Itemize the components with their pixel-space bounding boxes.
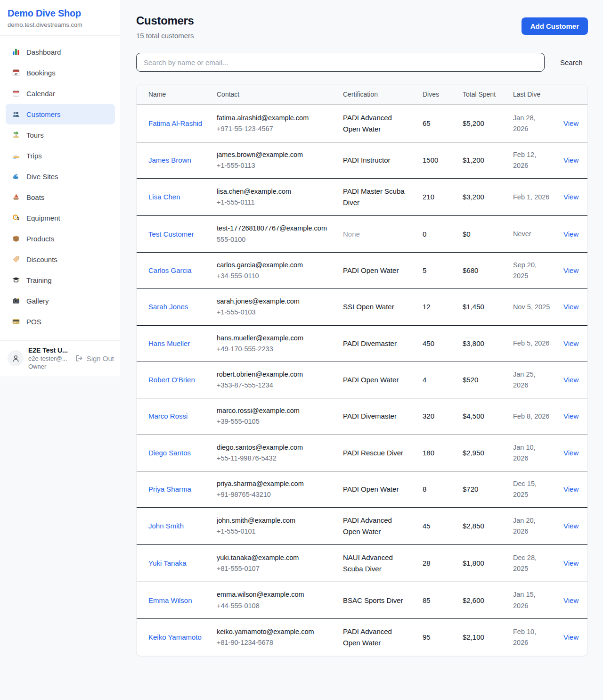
- customer-last-dive: Dec 15, 2025: [501, 471, 552, 508]
- customer-phone: +44-555-0108: [217, 601, 331, 611]
- sidebar-item-dive-sites[interactable]: Dive Sites: [6, 166, 115, 187]
- view-link[interactable]: View: [563, 596, 579, 604]
- search-input[interactable]: [136, 53, 545, 72]
- brand-subtitle: demo.test.divestreams.com: [8, 21, 113, 28]
- customer-name-link[interactable]: Emma Wilson: [148, 596, 192, 604]
- sidebar-item-tours[interactable]: Tours: [6, 124, 115, 145]
- sign-out-label: Sign Out: [87, 354, 114, 362]
- customer-name-link[interactable]: Keiko Yamamoto: [148, 633, 202, 641]
- table-row: Yuki Tanakayuki.tanaka@example.com+81-55…: [137, 545, 588, 582]
- sidebar-item-bookings[interactable]: 17Bookings: [6, 62, 115, 83]
- customer-certification: PADI Divemaster: [331, 398, 411, 435]
- customer-email: lisa.chen@example.com: [217, 186, 331, 197]
- customer-name-link[interactable]: Test Customer: [148, 230, 194, 238]
- sidebar-item-label: Trips: [26, 152, 42, 160]
- customer-name-link[interactable]: John Smith: [148, 522, 184, 530]
- sidebar-item-equipment[interactable]: Equipment: [6, 207, 115, 228]
- view-link[interactable]: View: [563, 633, 579, 641]
- customer-name-link[interactable]: Hans Mueller: [148, 339, 190, 347]
- customer-name-link[interactable]: Marco Rossi: [148, 412, 187, 420]
- view-link[interactable]: View: [563, 485, 579, 493]
- page-header: Customers 15 total customers Add Custome…: [136, 14, 588, 40]
- view-link[interactable]: View: [563, 339, 579, 347]
- customer-last-dive: Nov 5, 2025: [501, 289, 552, 325]
- customer-certification: PADI Open Water: [331, 362, 411, 398]
- customer-name-link[interactable]: Fatima Al-Rashid: [148, 119, 202, 127]
- customer-phone: +1-555-0103: [217, 307, 331, 318]
- sidebar-item-label: Discounts: [26, 255, 57, 264]
- view-link[interactable]: View: [563, 376, 579, 384]
- customer-dives: 5: [411, 252, 451, 288]
- customer-name-link[interactable]: Yuki Tanaka: [148, 559, 187, 567]
- view-link[interactable]: View: [563, 303, 579, 311]
- sidebar-item-label: Dashboard: [26, 48, 61, 56]
- products-icon: [11, 234, 20, 243]
- customer-phone: +353-87-555-1234: [217, 380, 331, 391]
- sidebar-item-training[interactable]: Training: [6, 270, 115, 290]
- sidebar-item-discounts[interactable]: Discounts: [6, 249, 115, 270]
- sign-out-button[interactable]: Sign Out: [75, 354, 114, 362]
- customer-phone: +39-555-0105: [217, 416, 331, 427]
- view-link[interactable]: View: [563, 193, 579, 201]
- sidebar: Demo Dive Shop demo.test.divestreams.com…: [0, 0, 121, 377]
- view-link[interactable]: View: [563, 522, 579, 530]
- customer-name-link[interactable]: James Brown: [148, 156, 191, 164]
- customer-certification: PADI Advanced Open Water: [331, 508, 411, 545]
- sidebar-item-customers[interactable]: Customers: [6, 104, 115, 124]
- customer-dives: 0: [411, 216, 451, 252]
- table-row: Test Customertest-1772681807767@example.…: [137, 216, 588, 252]
- customer-phone: +34-555-0110: [217, 271, 331, 281]
- sidebar-item-label: Bookings: [26, 69, 56, 77]
- table-row: Priya Sharmapriya.sharma@example.com+91-…: [137, 471, 588, 508]
- customer-email: diego.santos@example.com: [217, 442, 331, 453]
- table-row: Diego Santosdiego.santos@example.com+55-…: [137, 435, 588, 471]
- customer-email: fatima.alrashid@example.com: [217, 113, 331, 124]
- sidebar-item-dashboard[interactable]: Dashboard: [6, 41, 115, 62]
- customer-dives: 1500: [411, 142, 451, 179]
- view-link[interactable]: View: [563, 412, 579, 420]
- sidebar-item-products[interactable]: Products: [6, 228, 115, 249]
- sidebar-item-label: Gallery: [26, 297, 49, 305]
- customer-name-link[interactable]: Lisa Chen: [148, 193, 180, 201]
- sidebar-item-trips[interactable]: Trips: [6, 145, 115, 166]
- customer-certification: PADI Master Scuba Diver: [331, 179, 411, 216]
- view-link[interactable]: View: [563, 156, 579, 164]
- column-header-dives: Dives: [411, 84, 451, 105]
- customer-email: emma.wilson@example.com: [217, 589, 331, 600]
- sidebar-item-pos[interactable]: POS: [6, 311, 115, 332]
- customer-name-link[interactable]: Carlos Garcia: [148, 266, 192, 274]
- customer-last-dive: Feb 1, 2026: [501, 179, 552, 216]
- customer-phone: 555-0100: [217, 234, 331, 245]
- sidebar-item-gallery[interactable]: Gallery: [6, 290, 115, 311]
- customer-email: james.brown@example.com: [217, 149, 331, 160]
- view-link[interactable]: View: [563, 559, 579, 567]
- search-button[interactable]: Search: [557, 58, 586, 67]
- customer-email: john.smith@example.com: [217, 515, 331, 526]
- add-customer-button[interactable]: Add Customer: [522, 17, 588, 35]
- customer-certification: PADI Open Water: [331, 471, 411, 508]
- customer-name-link[interactable]: Sarah Jones: [148, 303, 188, 311]
- customer-total-spent: $720: [451, 471, 501, 508]
- customer-email: keiko.yamamoto@example.com: [217, 626, 331, 637]
- customer-name-link[interactable]: Diego Santos: [148, 449, 191, 457]
- customer-phone: +91-98765-43210: [217, 489, 331, 500]
- bookings-icon: 17: [11, 68, 20, 77]
- customer-phone: +1-555-0113: [217, 160, 331, 171]
- sidebar-item-boats[interactable]: Boats: [6, 187, 115, 207]
- view-link[interactable]: View: [563, 119, 579, 127]
- customer-certification: NAUI Advanced Scuba Diver: [331, 545, 411, 582]
- customer-dives: 180: [411, 435, 451, 471]
- customer-name-link[interactable]: Priya Sharma: [148, 485, 191, 493]
- customer-phone: +81-555-0107: [217, 563, 331, 574]
- customer-certification: BSAC Sports Diver: [331, 582, 411, 618]
- customer-phone: +55-11-99876-5432: [217, 453, 331, 464]
- view-link[interactable]: View: [563, 449, 579, 457]
- sidebar-item-calendar[interactable]: Calendar: [6, 83, 115, 104]
- customer-total-spent: $3,800: [451, 325, 501, 362]
- user-meta: E2E Test U... e2e-tester@... Owner: [28, 346, 70, 370]
- view-link[interactable]: View: [563, 266, 579, 274]
- customer-dives: 85: [411, 582, 451, 618]
- view-link[interactable]: View: [563, 230, 579, 238]
- customer-name-link[interactable]: Robert O'Brien: [148, 376, 195, 384]
- customer-dives: 12: [411, 289, 451, 325]
